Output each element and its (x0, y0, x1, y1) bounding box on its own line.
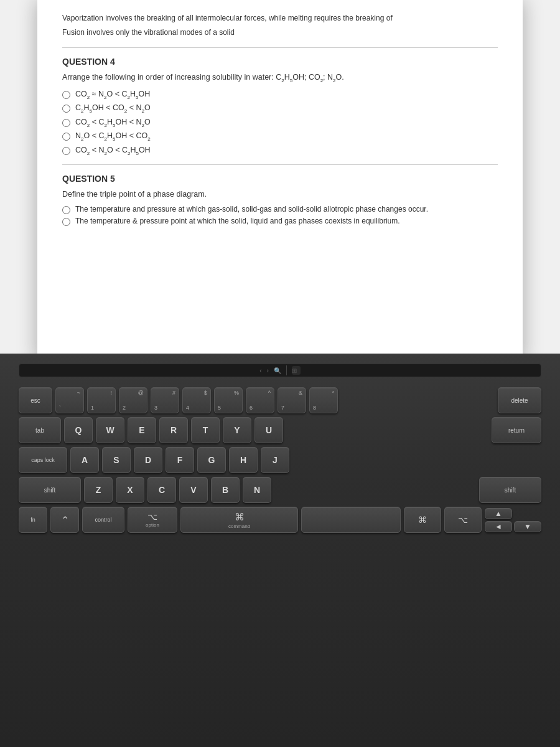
q5-radio-1[interactable] (62, 206, 70, 214)
q4-option-1[interactable]: CO2 ≈ N2O < C2H5OH (62, 90, 498, 100)
question-4-title: QUESTION 4 (62, 57, 498, 67)
question-5-options: The temperature and pressure at which ga… (62, 205, 498, 226)
laptop-body: ‹ › 🔍 ⊞ esc ~ ` ! 1 @ 2 # (0, 354, 560, 747)
keyboard-row-5: fn ⌃ control ⌥ option ⌘ command ⌘ ⌥ ▲ (19, 507, 541, 533)
question-4-options: CO2 ≈ N2O < C2H5OH C2H5OH < CO2 < N2O CO… (62, 90, 498, 156)
q4-option-5[interactable]: CO2 < N2O < C2H5OH (62, 146, 498, 156)
key-t[interactable]: T (191, 417, 220, 443)
key-c[interactable]: C (147, 477, 176, 503)
key-option-left[interactable]: ⌥ option (128, 507, 177, 533)
q5-radio-2[interactable] (62, 218, 70, 226)
key-j[interactable]: J (261, 447, 289, 473)
key-delete[interactable]: delete (498, 387, 541, 413)
key-e[interactable]: E (128, 417, 156, 443)
key-n[interactable]: N (243, 477, 271, 503)
key-capslock[interactable]: caps lock (19, 447, 67, 473)
key-command-left[interactable]: ⌘ command (180, 507, 298, 533)
key-option-right[interactable]: ⌥ (444, 507, 482, 533)
key-tilde[interactable]: ~ ` (55, 387, 84, 413)
key-arrow-left[interactable]: ◄ (485, 521, 512, 532)
key-x[interactable]: X (116, 477, 144, 503)
screen: Vaporization involves the breaking of al… (0, 0, 560, 361)
key-7[interactable]: & 7 (278, 387, 306, 413)
key-v[interactable]: V (179, 477, 208, 503)
key-h[interactable]: H (229, 447, 258, 473)
key-3[interactable]: # 3 (151, 387, 179, 413)
key-space[interactable] (301, 507, 401, 533)
question-4: QUESTION 4 Arrange the following in orde… (62, 57, 498, 156)
key-r[interactable]: R (159, 417, 188, 443)
key-w[interactable]: W (96, 417, 124, 443)
partial-text-2: Fusion involves only the vibrational mod… (62, 27, 498, 39)
key-ctrl-arrow[interactable]: ⌃ (50, 507, 79, 533)
q4-radio-4[interactable] (62, 133, 70, 141)
question-5: QUESTION 5 Define the triple point of a … (62, 174, 498, 226)
keyboard-row-1: esc ~ ` ! 1 @ 2 # 3 $ 4 % 5 (19, 387, 541, 413)
q5-option-2[interactable]: The temperature & pressure point at whic… (62, 217, 498, 226)
keyboard-row-3: caps lock A S D F G H J (19, 447, 541, 473)
q4-radio-2[interactable] (62, 105, 70, 113)
key-s[interactable]: S (102, 447, 131, 473)
keyboard: esc ~ ` ! 1 @ 2 # 3 $ 4 % 5 (0, 381, 560, 539)
key-5[interactable]: % 5 (214, 387, 243, 413)
q4-option-4[interactable]: N2O < C2H5OH < CO2 (62, 131, 498, 142)
divider-q5 (62, 164, 498, 165)
partial-text-1: Vaporization involves the breaking of al… (62, 12, 498, 24)
q5-option-1[interactable]: The temperature and pressure at which ga… (62, 205, 498, 214)
key-8[interactable]: * 8 (309, 387, 338, 413)
key-return[interactable]: return (492, 417, 541, 443)
touch-bar-expand[interactable]: ⊞ (292, 367, 297, 374)
key-g[interactable]: G (197, 447, 226, 473)
question-4-text: Arrange the following in order of increa… (62, 73, 498, 83)
key-command-right[interactable]: ⌘ (404, 507, 441, 533)
q4-radio-1[interactable] (62, 91, 70, 99)
key-u[interactable]: U (254, 417, 283, 443)
key-q[interactable]: Q (64, 417, 93, 443)
touch-bar-forward[interactable]: › (267, 367, 269, 374)
key-y[interactable]: Y (223, 417, 251, 443)
key-tab[interactable]: tab (19, 417, 61, 443)
key-4[interactable]: $ 4 (182, 387, 211, 413)
key-a[interactable]: A (70, 447, 99, 473)
q4-radio-5[interactable] (62, 147, 70, 155)
keyboard-row-4: shift Z X C V B N shift (19, 477, 541, 503)
q4-option-3[interactable]: CO2 < C2H5OH < N2O (62, 118, 498, 128)
key-1[interactable]: ! 1 (87, 387, 116, 413)
keyboard-row-2: tab Q W E R T Y U return (19, 417, 541, 443)
touch-bar-search[interactable]: 🔍 (274, 367, 281, 374)
key-fn[interactable]: fn (19, 507, 47, 533)
key-arrow-down[interactable]: ▼ (514, 521, 541, 532)
q4-option-2[interactable]: C2H5OH < CO2 < N2O (62, 103, 498, 114)
screen-content: Vaporization involves the breaking of al… (37, 0, 523, 361)
question-5-title: QUESTION 5 (62, 174, 498, 184)
key-f[interactable]: F (166, 447, 194, 473)
touch-bar: ‹ › 🔍 ⊞ (19, 364, 541, 377)
key-b[interactable]: B (211, 477, 240, 503)
key-d[interactable]: D (134, 447, 162, 473)
key-shift-right[interactable]: shift (479, 477, 541, 503)
q4-radio-3[interactable] (62, 119, 70, 127)
key-z[interactable]: Z (84, 477, 113, 503)
key-shift-left[interactable]: shift (19, 477, 81, 503)
key-2[interactable]: @ 2 (119, 387, 147, 413)
key-control[interactable]: control (82, 507, 124, 533)
key-esc[interactable]: esc (19, 387, 52, 413)
touch-bar-back[interactable]: ‹ (259, 367, 261, 374)
key-6[interactable]: ^ 6 (246, 387, 274, 413)
divider-q4 (62, 47, 498, 48)
question-5-text: Define the triple point of a phase diagr… (62, 190, 498, 199)
key-arrow-up[interactable]: ▲ (485, 508, 512, 519)
